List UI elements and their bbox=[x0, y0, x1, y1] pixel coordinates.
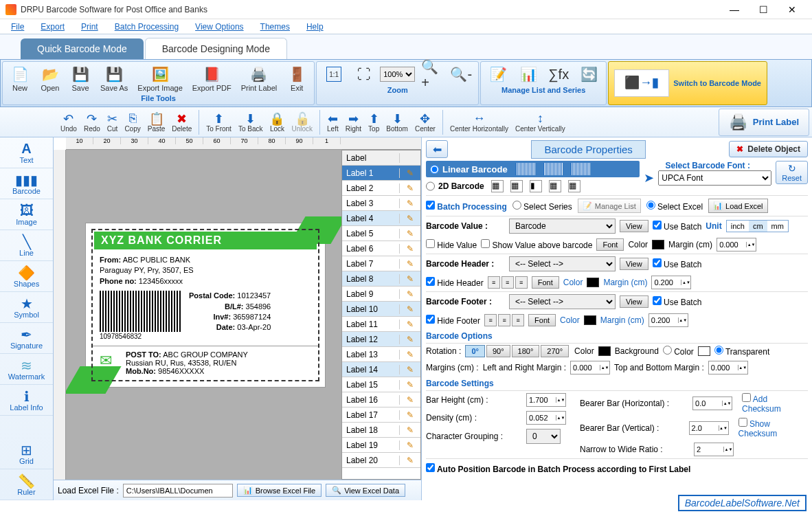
menu-print[interactable]: Print bbox=[73, 21, 106, 33]
header-select[interactable]: <-- Select --> bbox=[509, 256, 616, 271]
copy-button[interactable]: ⎘Copy bbox=[122, 111, 143, 133]
unlock-button[interactable]: 🔓Unlock bbox=[289, 111, 315, 133]
use-batch-header[interactable]: Use Batch bbox=[653, 258, 702, 269]
zoom-fit-button[interactable]: ⛶ bbox=[350, 63, 379, 85]
tool-labelinfo[interactable]: ℹLabel Info bbox=[0, 385, 53, 416]
manage-icon-1[interactable]: 📝 bbox=[484, 63, 512, 85]
lr-margin-spin[interactable]: ▲▼ bbox=[570, 361, 610, 375]
header-font-button[interactable]: Font bbox=[532, 276, 559, 289]
delete-button[interactable]: ✖Delete bbox=[169, 111, 194, 133]
zoom-select[interactable]: 100% bbox=[380, 67, 415, 82]
label-list-row[interactable]: Label 18✎ bbox=[342, 423, 420, 438]
label-list-row[interactable]: Label 12✎ bbox=[342, 332, 420, 347]
delete-object-button[interactable]: ✖Delete Object bbox=[729, 141, 808, 157]
value-color-swatch[interactable] bbox=[652, 240, 664, 249]
manage-icon-4[interactable]: 🔄 bbox=[574, 63, 603, 85]
hide-footer-checkbox[interactable]: Hide Footer bbox=[426, 315, 480, 326]
to-front-button[interactable]: ⬆To Front bbox=[203, 111, 234, 133]
value-font-button[interactable]: Font bbox=[596, 238, 624, 251]
print-label-button[interactable]: 🖨️Print Label bbox=[237, 63, 282, 93]
label-list-row[interactable]: Label 1✎ bbox=[342, 166, 420, 181]
export-pdf-button[interactable]: 📕Export PDF bbox=[188, 63, 236, 93]
barcode-value-select[interactable]: Barcode bbox=[509, 219, 616, 234]
barcode-font-select[interactable]: UPCA Font bbox=[658, 170, 771, 186]
redo-button[interactable]: ↷Redo bbox=[81, 111, 103, 133]
switch-mode-button[interactable]: ⬛→▮ Switch to Barcode Mode bbox=[608, 61, 767, 105]
tool-grid[interactable]: ⊞Grid bbox=[0, 438, 53, 469]
label-list-row[interactable]: Label 20✎ bbox=[342, 453, 420, 468]
bg-color-radio[interactable]: Color bbox=[663, 346, 694, 357]
center-v-button[interactable]: ↕Center Vertically bbox=[512, 111, 568, 133]
load-excel-button[interactable]: 📊 Load Excel bbox=[708, 199, 767, 213]
reset-button[interactable]: ↻Reset bbox=[776, 161, 808, 184]
menu-export[interactable]: Export bbox=[32, 21, 73, 33]
exit-button[interactable]: 🚪Exit bbox=[282, 63, 311, 93]
tb-margin-spin[interactable]: ▲▼ bbox=[708, 361, 748, 375]
menu-help[interactable]: Help bbox=[298, 21, 332, 33]
label-card[interactable]: XYZ BANK CORRIER From: ABC PUBLIC BANK P… bbox=[85, 223, 326, 388]
label-list[interactable]: LabelLabel 1✎Label 2✎Label 3✎Label 4✎Lab… bbox=[341, 150, 421, 480]
manage-list-button[interactable]: 📝 Manage List bbox=[578, 199, 641, 213]
rotation-buttons[interactable]: 0°90°180°270° bbox=[465, 346, 570, 356]
tool-barcode[interactable]: ▮▮▮Barcode bbox=[0, 168, 53, 199]
view-header-button[interactable]: View bbox=[620, 258, 649, 270]
footer-margin-spin[interactable]: ▲▼ bbox=[649, 313, 688, 327]
batch-checkbox[interactable]: Batch Processing bbox=[426, 201, 507, 212]
zoom-in-button[interactable]: 🔍+ bbox=[416, 63, 445, 85]
manage-icon-3[interactable]: ∑fx bbox=[544, 63, 573, 85]
label-list-row[interactable]: Label 13✎ bbox=[342, 347, 420, 362]
density-spin[interactable]: ▲▼ bbox=[526, 411, 566, 425]
menu-themes[interactable]: Themes bbox=[252, 21, 298, 33]
footer-color-swatch[interactable] bbox=[584, 315, 596, 325]
bg-transparent-radio[interactable]: Transparent bbox=[714, 346, 769, 357]
label-list-row[interactable]: Label 7✎ bbox=[342, 256, 420, 271]
label-list-row[interactable]: Label 15✎ bbox=[342, 377, 420, 392]
tool-watermark[interactable]: ≋Watermark bbox=[0, 354, 53, 385]
label-list-row[interactable]: Label 9✎ bbox=[342, 287, 420, 302]
excel-path-input[interactable] bbox=[123, 484, 233, 498]
bg-color-swatch[interactable] bbox=[698, 346, 710, 356]
label-list-row[interactable]: Label 14✎ bbox=[342, 362, 420, 377]
view-footer-button[interactable]: View bbox=[620, 295, 649, 308]
header-color-swatch[interactable] bbox=[587, 278, 599, 287]
tool-signature[interactable]: ✒Signature bbox=[0, 323, 53, 354]
label-list-row[interactable]: Label 6✎ bbox=[342, 241, 420, 256]
browse-excel-button[interactable]: 📊 Browse Excel File bbox=[237, 484, 322, 497]
linear-barcode-radio[interactable]: Linear Barcode bbox=[430, 164, 508, 175]
menu-view[interactable]: View Options bbox=[187, 21, 251, 33]
bc-color-swatch[interactable] bbox=[598, 346, 611, 356]
menu-batch[interactable]: Batch Processing bbox=[106, 21, 187, 33]
tab-design-mode[interactable]: Barcode Designing Mode bbox=[145, 38, 287, 59]
label-list-row[interactable]: Label 10✎ bbox=[342, 302, 420, 317]
save-button[interactable]: 💾Save bbox=[66, 63, 95, 93]
n2w-spin[interactable]: ▲▼ bbox=[694, 443, 734, 456]
align-bottom-button[interactable]: ⬇Bottom bbox=[383, 111, 411, 133]
minimize-button[interactable]: — bbox=[720, 0, 749, 19]
tool-image[interactable]: 🖼Image bbox=[0, 199, 53, 230]
2d-barcode-radio[interactable]: 2D Barcode bbox=[426, 181, 484, 191]
zoom-actual-button[interactable]: 1:1 bbox=[319, 65, 348, 83]
center-h-button[interactable]: ↔Center Horizontally bbox=[447, 111, 511, 133]
view-value-button[interactable]: View bbox=[620, 220, 649, 232]
label-list-row[interactable]: Label 16✎ bbox=[342, 392, 420, 407]
align-left-button[interactable]: ⬅Left bbox=[324, 111, 341, 133]
bearer-v-spin[interactable]: ▲▼ bbox=[689, 421, 729, 435]
close-button[interactable]: ✕ bbox=[778, 0, 807, 19]
tool-symbol[interactable]: ★Symbol bbox=[0, 292, 53, 323]
show-above-checkbox[interactable]: Show Value above barcode bbox=[481, 239, 592, 250]
auto-position-checkbox[interactable]: Auto Position Barcode in Batch Process a… bbox=[426, 463, 690, 474]
bar-height-spin[interactable]: ▲▼ bbox=[526, 393, 566, 407]
footer-select[interactable]: <-- Select --> bbox=[509, 294, 616, 309]
export-image-button[interactable]: 🖼️Export Image bbox=[133, 63, 186, 93]
manage-icon-2[interactable]: 📊 bbox=[514, 63, 543, 85]
show-checksum-checkbox[interactable]: Show Checksum bbox=[738, 418, 808, 438]
tab-quick-mode[interactable]: Quick Barcode Mode bbox=[21, 38, 144, 59]
hide-header-checkbox[interactable]: Hide Header bbox=[426, 277, 484, 288]
menu-file[interactable]: File bbox=[3, 21, 32, 33]
value-margin-spin[interactable]: ▲▼ bbox=[717, 238, 756, 252]
select-excel-radio[interactable]: Select Excel bbox=[646, 201, 703, 212]
label-list-row[interactable]: Label 5✎ bbox=[342, 226, 420, 241]
footer-font-button[interactable]: Font bbox=[528, 314, 556, 326]
saveas-button[interactable]: 💾Save As bbox=[96, 63, 132, 93]
hide-value-checkbox[interactable]: Hide Value bbox=[426, 239, 477, 250]
